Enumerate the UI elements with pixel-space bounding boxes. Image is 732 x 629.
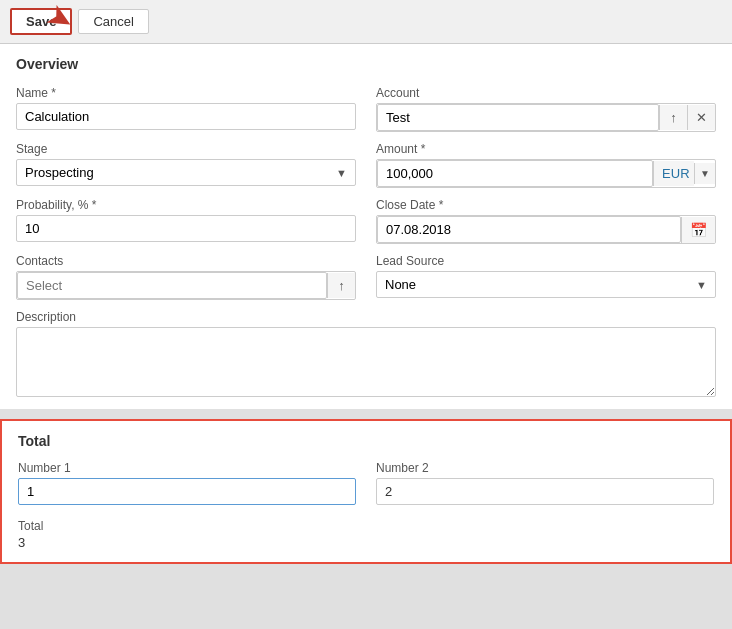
- close-date-input-group: 📅: [376, 215, 716, 244]
- probability-label: Probability, % *: [16, 198, 356, 212]
- number1-label: Number 1: [18, 461, 356, 475]
- total-section-title: Total: [18, 433, 714, 449]
- account-label: Account: [376, 86, 716, 100]
- description-textarea[interactable]: [16, 327, 716, 397]
- close-date-label: Close Date *: [376, 198, 716, 212]
- stage-select-wrapper: Prospecting Qualification Needs Analysis…: [16, 159, 356, 186]
- number1-field: Number 1: [18, 461, 356, 505]
- total-section: Total Number 1 Number 2 2 Total 3: [0, 419, 732, 564]
- stage-select[interactable]: Prospecting Qualification Needs Analysis…: [17, 160, 355, 185]
- main-content: Overview Name * Account ↑ ✕ Stage Prospe…: [0, 44, 732, 409]
- save-button[interactable]: Save: [10, 8, 72, 35]
- total-result-label: Total: [18, 519, 714, 533]
- description-field: Description: [16, 310, 716, 397]
- account-input-group: ↑ ✕: [376, 103, 716, 132]
- stage-field: Stage Prospecting Qualification Needs An…: [16, 142, 356, 188]
- stage-label: Stage: [16, 142, 356, 156]
- number1-input[interactable]: [18, 478, 356, 505]
- overview-title: Overview: [16, 56, 716, 72]
- description-label: Description: [16, 310, 716, 324]
- name-label: Name *: [16, 86, 356, 100]
- lead-source-select[interactable]: None Web Email Phone Partner Other: [377, 272, 715, 297]
- contacts-upload-button[interactable]: ↑: [327, 273, 355, 298]
- number2-field: Number 2 2: [376, 461, 714, 505]
- number2-label: Number 2: [376, 461, 714, 475]
- overview-form: Name * Account ↑ ✕ Stage Prospecting Qua…: [16, 86, 716, 397]
- toolbar: Save Cancel ➤: [0, 0, 732, 44]
- amount-field: Amount * EUR USD GBP ▼: [376, 142, 716, 188]
- currency-select-arrow-icon: ▼: [694, 163, 715, 184]
- name-field: Name *: [16, 86, 356, 132]
- number2-value: 2: [376, 478, 714, 505]
- amount-input-group: EUR USD GBP ▼: [376, 159, 716, 188]
- amount-label: Amount *: [376, 142, 716, 156]
- account-clear-button[interactable]: ✕: [687, 105, 715, 130]
- probability-input[interactable]: [16, 215, 356, 242]
- account-upload-button[interactable]: ↑: [659, 105, 687, 130]
- probability-field: Probability, % *: [16, 198, 356, 244]
- lead-source-label: Lead Source: [376, 254, 716, 268]
- contacts-label: Contacts: [16, 254, 356, 268]
- close-date-field: Close Date * 📅: [376, 198, 716, 244]
- currency-select[interactable]: EUR USD GBP: [653, 161, 694, 186]
- contacts-input-group: ↑: [16, 271, 356, 300]
- name-input[interactable]: [16, 103, 356, 130]
- lead-source-field: Lead Source None Web Email Phone Partner…: [376, 254, 716, 300]
- calendar-button[interactable]: 📅: [681, 217, 715, 243]
- close-date-input[interactable]: [377, 216, 681, 243]
- account-field: Account ↑ ✕: [376, 86, 716, 132]
- contacts-input[interactable]: [17, 272, 327, 299]
- total-grid: Number 1 Number 2 2 Total 3: [18, 461, 714, 550]
- contacts-field: Contacts ↑: [16, 254, 356, 300]
- total-result-value: 3: [18, 535, 714, 550]
- lead-source-select-wrapper: None Web Email Phone Partner Other ▼: [376, 271, 716, 298]
- total-result-field: Total 3: [18, 519, 714, 550]
- amount-input[interactable]: [377, 160, 653, 187]
- cancel-button[interactable]: Cancel: [78, 9, 148, 34]
- account-input[interactable]: [377, 104, 659, 131]
